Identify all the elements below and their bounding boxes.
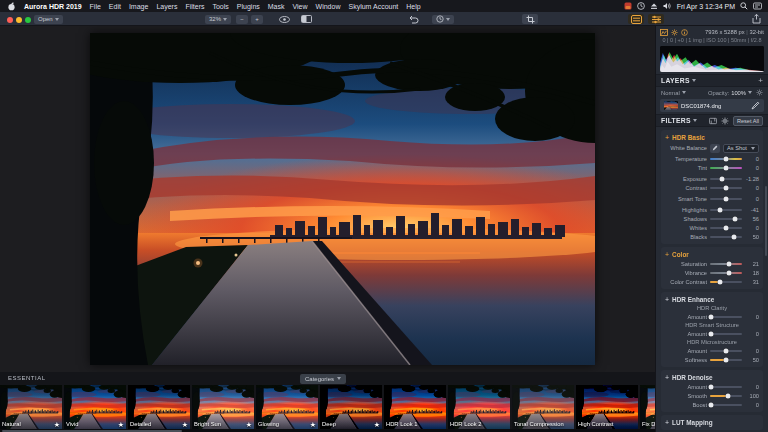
custom-looks-icon[interactable] <box>709 117 717 125</box>
preset-hdr-look-1[interactable]: HDR Look 1 <box>384 385 446 429</box>
highlights-slider[interactable] <box>710 209 742 211</box>
slider-handle[interactable] <box>717 207 722 212</box>
menu-item-file[interactable]: File <box>86 3 105 10</box>
preset-bright-sun[interactable]: Bright Sun★ <box>192 385 254 429</box>
categories-button[interactable]: Categories <box>300 374 346 384</box>
filters-settings-gear-icon[interactable] <box>721 117 729 125</box>
white-balance-select[interactable]: As Shot <box>723 144 759 153</box>
window-minimize-button[interactable] <box>16 17 22 23</box>
slider-handle[interactable] <box>724 196 729 201</box>
menu-item-aurora-hdr-2019[interactable]: Aurora HDR 2019 <box>20 3 86 10</box>
preset-deep[interactable]: Deep★ <box>320 385 382 429</box>
amount-slider[interactable] <box>710 350 742 352</box>
eject-icon[interactable] <box>650 2 658 10</box>
preset-hdr-look-2[interactable]: HDR Look 2 <box>448 385 510 429</box>
tint-slider[interactable] <box>710 167 742 169</box>
blend-mode-dropdown[interactable]: Normal <box>661 90 680 96</box>
exposure-slider[interactable] <box>710 178 742 180</box>
section-header-hdr-denoise[interactable]: +HDR Denoise <box>665 372 759 382</box>
slider-handle[interactable] <box>717 279 722 284</box>
amount-slider[interactable] <box>710 386 742 388</box>
spotlight-search-icon[interactable] <box>740 2 748 10</box>
export-button[interactable] <box>748 14 764 24</box>
edit-brush-icon[interactable] <box>751 101 760 110</box>
boost-slider[interactable] <box>710 404 742 406</box>
preset-high-contrast[interactable]: High Contrast <box>576 385 638 429</box>
slider-handle[interactable] <box>732 234 737 239</box>
opacity-dropdown[interactable]: 100% <box>731 90 746 96</box>
preset-detailed[interactable]: Detailed★ <box>128 385 190 429</box>
slider-handle[interactable] <box>708 402 713 407</box>
menu-item-layers[interactable]: Layers <box>152 3 181 10</box>
softness-slider[interactable] <box>710 359 742 361</box>
slider-handle[interactable] <box>724 156 729 161</box>
slider-handle[interactable] <box>724 357 729 362</box>
crop-tool-button[interactable] <box>522 14 538 24</box>
slider-handle[interactable] <box>724 185 729 190</box>
shadows-slider[interactable] <box>710 218 742 220</box>
slider-handle[interactable] <box>732 216 737 221</box>
favorite-star-icon[interactable]: ★ <box>246 421 252 428</box>
compare-before-after-button[interactable] <box>298 14 314 24</box>
zoom-level-dropdown[interactable]: 32% <box>205 15 231 24</box>
gear-icon[interactable] <box>671 29 678 36</box>
menu-item-help[interactable]: Help <box>402 3 424 10</box>
whites-slider[interactable] <box>710 227 742 229</box>
section-header-hdr-enhance[interactable]: +HDR Enhance <box>665 294 759 304</box>
preset-vivid[interactable]: Vivid★ <box>64 385 126 429</box>
favorite-star-icon[interactable]: ★ <box>374 421 380 428</box>
smooth-slider[interactable] <box>710 395 742 397</box>
slider-handle[interactable] <box>727 261 732 266</box>
window-close-button[interactable] <box>7 17 13 23</box>
menu-item-edit[interactable]: Edit <box>105 3 125 10</box>
filters-scrollbar[interactable] <box>765 186 767 256</box>
menu-item-mask[interactable]: Mask <box>264 3 289 10</box>
eyedropper-button[interactable] <box>710 144 720 153</box>
menu-item-view[interactable]: View <box>289 3 312 10</box>
undo-button[interactable] <box>406 14 422 24</box>
history-button[interactable] <box>432 15 454 24</box>
slider-handle[interactable] <box>726 393 731 398</box>
open-button[interactable]: Open <box>34 15 63 24</box>
smart-tone-slider[interactable] <box>710 198 742 200</box>
menu-item-skylum-account[interactable]: Skylum Account <box>344 3 402 10</box>
color-contrast-slider[interactable] <box>710 281 742 283</box>
apple-menu[interactable] <box>0 2 20 11</box>
presets-scrollbar-thumb[interactable] <box>2 430 182 432</box>
reset-all-button[interactable]: Reset All <box>733 116 763 126</box>
add-layer-button[interactable]: + <box>758 78 763 84</box>
favorite-star-icon[interactable]: ★ <box>182 421 188 428</box>
preset-fix-dark[interactable]: Fix Dark <box>640 385 655 429</box>
contrast-slider[interactable] <box>710 187 742 189</box>
favorite-star-icon[interactable]: ★ <box>310 421 316 428</box>
saturation-slider[interactable] <box>710 263 742 265</box>
histogram-toggle-icon[interactable] <box>660 29 668 36</box>
slider-handle[interactable] <box>724 348 729 353</box>
layer-item-selected[interactable]: DSC01874.dng <box>660 99 764 112</box>
preset-glowing[interactable]: Glowing★ <box>256 385 318 429</box>
menu-item-window[interactable]: Window <box>312 3 345 10</box>
info-icon[interactable] <box>681 29 688 36</box>
slider-handle[interactable] <box>724 165 729 170</box>
menu-item-plugins[interactable]: Plugins <box>233 3 264 10</box>
filters-title[interactable]: FILTERS <box>661 117 697 124</box>
slider-handle[interactable] <box>708 384 713 389</box>
clock-icon[interactable] <box>637 2 645 10</box>
control-center-icon[interactable] <box>753 2 762 10</box>
favorite-star-icon[interactable]: ★ <box>118 421 124 428</box>
amount-slider[interactable] <box>710 316 742 318</box>
toggle-filters-panel-button[interactable] <box>648 14 664 24</box>
preset-natural[interactable]: Natural★ <box>0 385 62 429</box>
layers-title[interactable]: LAYERS <box>661 77 696 84</box>
section-header-color[interactable]: +Color <box>665 249 759 259</box>
slider-handle[interactable] <box>719 176 724 181</box>
app-status-icon[interactable] <box>624 2 632 10</box>
slider-handle[interactable] <box>724 225 729 230</box>
menu-item-filters[interactable]: Filters <box>181 3 208 10</box>
zoom-out-button[interactable]: − <box>236 15 248 24</box>
section-header-hdr-basic[interactable]: +HDR Basic <box>665 132 759 142</box>
quick-preview-eye-button[interactable] <box>276 14 292 24</box>
photo-canvas[interactable] <box>90 33 595 365</box>
layer-settings-gear-icon[interactable] <box>756 89 763 96</box>
menu-item-image[interactable]: Image <box>125 3 152 10</box>
